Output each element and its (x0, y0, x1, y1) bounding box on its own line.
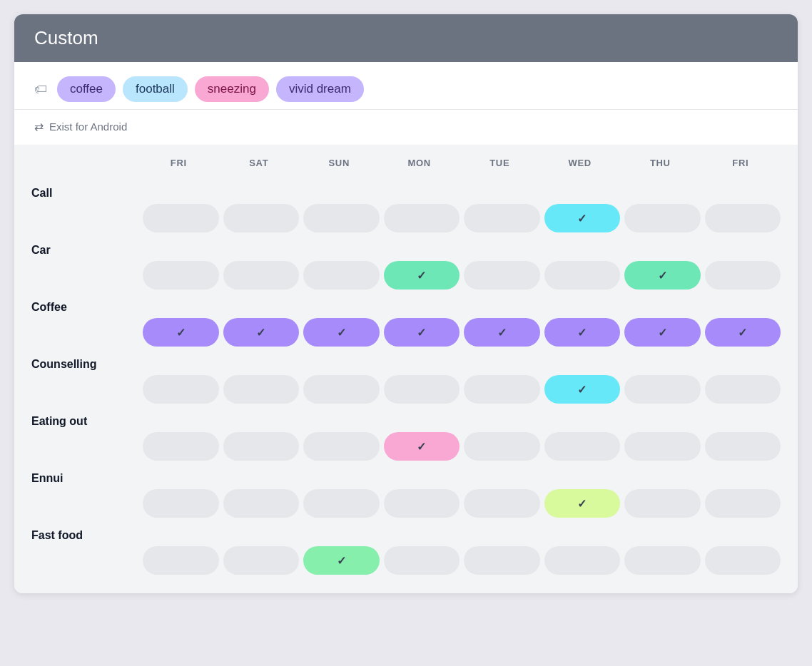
cell-call-7[interactable] (705, 204, 781, 232)
cell-counselling-1[interactable] (223, 375, 300, 404)
main-card: Custom 🏷 coffee football sneezing vivid … (14, 14, 798, 593)
habit-group-car: Car✓✓ (29, 237, 783, 290)
cell-car-2[interactable] (303, 261, 380, 290)
day-header-1: SAT (219, 152, 300, 174)
cell-ennui-4[interactable] (464, 489, 540, 518)
cell-counselling-7[interactable] (705, 375, 781, 404)
day-header-4: TUE (460, 152, 540, 174)
cell-eating-out-6[interactable] (624, 432, 701, 461)
habit-row-fast-food: ✓ (29, 546, 783, 575)
day-header-2: SUN (299, 152, 380, 174)
cell-car-6[interactable]: ✓ (624, 261, 701, 290)
cell-eating-out-5[interactable] (544, 432, 621, 461)
cell-ennui-1[interactable] (223, 489, 300, 518)
habit-group-fast-food: Fast food✓ (29, 522, 783, 575)
cell-fast-food-2[interactable]: ✓ (303, 546, 380, 575)
cell-call-5[interactable]: ✓ (544, 204, 621, 232)
checkmark-coffee-7: ✓ (738, 326, 747, 339)
tag-icon: 🏷 (34, 82, 47, 97)
cell-coffee-3[interactable]: ✓ (384, 318, 460, 347)
habit-row-ennui: ✓ (29, 489, 783, 518)
cell-ennui-7[interactable] (705, 489, 781, 518)
cell-eating-out-2[interactable] (303, 432, 380, 461)
habit-label-call: Call (29, 180, 783, 204)
cell-call-1[interactable] (223, 204, 300, 232)
cell-ennui-6[interactable] (624, 489, 701, 518)
cell-coffee-2[interactable]: ✓ (303, 318, 380, 347)
calendar-section: FRI SAT SUN MON TUE WED THU FRI Call✓Car… (14, 145, 798, 593)
checkmark-coffee-1: ✓ (256, 326, 265, 339)
cell-ennui-0[interactable] (143, 489, 219, 518)
checkmark-counselling-5: ✓ (577, 383, 587, 396)
day-header-7: FRI (701, 152, 781, 174)
header: Custom (14, 14, 798, 62)
tag-sneezing[interactable]: sneezing (195, 76, 269, 102)
cell-car-5[interactable] (544, 261, 621, 290)
cell-fast-food-5[interactable] (544, 546, 621, 575)
habit-group-coffee: Coffee✓✓✓✓✓✓✓✓ (29, 294, 783, 347)
habit-group-counselling: Counselling✓ (29, 351, 783, 404)
checkmark-coffee-5: ✓ (577, 326, 587, 339)
cell-car-7[interactable] (705, 261, 781, 290)
cell-car-3[interactable]: ✓ (384, 261, 460, 290)
cell-car-4[interactable] (464, 261, 540, 290)
habit-label-car: Car (29, 237, 783, 261)
cell-fast-food-7[interactable] (705, 546, 781, 575)
cell-coffee-0[interactable]: ✓ (143, 318, 219, 347)
habit-label-ennui: Ennui (29, 465, 783, 489)
checkmark-call-5: ✓ (577, 212, 587, 225)
habit-label-counselling: Counselling (29, 351, 783, 375)
cell-ennui-5[interactable]: ✓ (544, 489, 621, 518)
cell-fast-food-1[interactable] (223, 546, 300, 575)
cell-coffee-4[interactable]: ✓ (464, 318, 540, 347)
cell-call-2[interactable] (303, 204, 380, 232)
tag-vivid-dream[interactable]: vivid dream (276, 76, 364, 102)
habit-row-empty-call (31, 204, 138, 232)
cell-eating-out-3[interactable]: ✓ (384, 432, 460, 461)
cell-counselling-6[interactable] (624, 375, 701, 404)
day-header-5: WED (540, 152, 621, 174)
cell-coffee-1[interactable]: ✓ (223, 318, 300, 347)
cell-fast-food-3[interactable] (384, 546, 460, 575)
habit-row-car: ✓✓ (29, 261, 783, 290)
header-empty (31, 152, 138, 174)
cell-eating-out-4[interactable] (464, 432, 540, 461)
cell-counselling-2[interactable] (303, 375, 380, 404)
tag-football[interactable]: football (123, 76, 188, 102)
cell-eating-out-7[interactable] (705, 432, 781, 461)
habit-row-empty-eating-out (31, 432, 138, 461)
cell-call-0[interactable] (143, 204, 219, 232)
cell-counselling-3[interactable] (384, 375, 460, 404)
cell-ennui-3[interactable] (384, 489, 460, 518)
day-header-3: MON (380, 152, 460, 174)
habit-row-eating-out: ✓ (29, 432, 783, 461)
cell-ennui-2[interactable] (303, 489, 380, 518)
cell-coffee-5[interactable]: ✓ (544, 318, 621, 347)
cell-fast-food-0[interactable] (143, 546, 219, 575)
checkmark-fast-food-2: ✓ (337, 554, 346, 568)
habit-row-empty-fast-food (31, 546, 138, 575)
cell-call-3[interactable] (384, 204, 460, 232)
cell-call-6[interactable] (624, 204, 701, 232)
tag-coffee[interactable]: coffee (57, 76, 116, 102)
habit-row-empty-ennui (31, 489, 138, 518)
cell-fast-food-6[interactable] (624, 546, 701, 575)
cell-counselling-5[interactable]: ✓ (544, 375, 621, 404)
cell-counselling-4[interactable] (464, 375, 540, 404)
cell-call-4[interactable] (464, 204, 540, 232)
tags-section: 🏷 coffee football sneezing vivid dream (14, 62, 798, 110)
cell-fast-food-4[interactable] (464, 546, 540, 575)
cell-eating-out-1[interactable] (223, 432, 300, 461)
habit-row-coffee: ✓✓✓✓✓✓✓✓ (29, 318, 783, 347)
cell-coffee-6[interactable]: ✓ (624, 318, 701, 347)
cell-eating-out-0[interactable] (143, 432, 219, 461)
checkmark-eating-out-3: ✓ (417, 440, 426, 454)
cell-coffee-7[interactable]: ✓ (705, 318, 781, 347)
checkmark-coffee-0: ✓ (176, 326, 186, 339)
cell-counselling-0[interactable] (143, 375, 219, 404)
day-header-6: THU (620, 152, 701, 174)
cell-car-1[interactable] (223, 261, 300, 290)
cell-car-0[interactable] (143, 261, 219, 290)
habit-group-call: Call✓ (29, 180, 783, 232)
habit-row-call: ✓ (29, 204, 783, 232)
